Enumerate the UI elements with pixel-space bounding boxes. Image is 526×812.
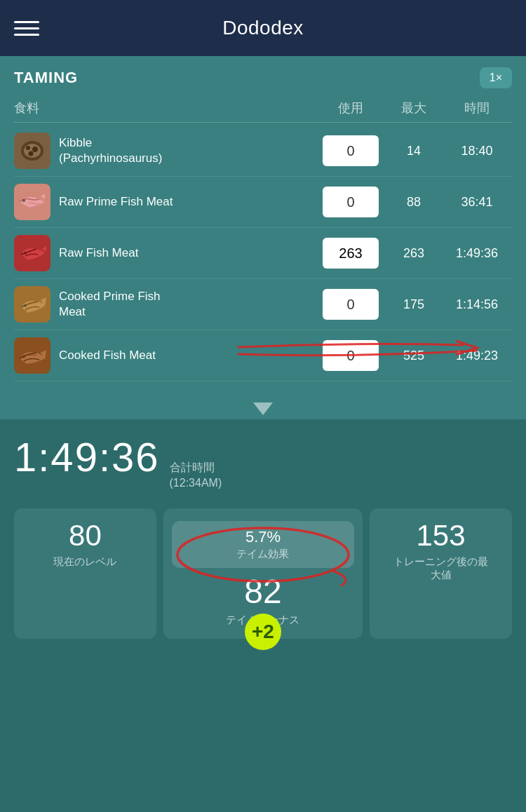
cooked-prime-fish-time: 1:14:56: [442, 297, 512, 312]
raw-prime-fish-max: 88: [386, 195, 442, 210]
food-table: 食料 使用 最大 時間: [14, 100, 512, 381]
food-info-cooked-prime-fish: Cooked Prime Fish Meat: [14, 286, 316, 323]
cooked-prime-fish-qty-input[interactable]: [323, 289, 379, 320]
center-card: 5.7% テイム効果 82 テイムボーナス +2: [163, 508, 363, 640]
food-info-raw-prime-fish: Raw Prime Fish Meat: [14, 184, 316, 220]
max-after-taming-value: 153: [378, 521, 504, 550]
effectiveness-box: 5.7% テイム効果: [172, 521, 354, 568]
app-header: Dododex: [0, 0, 526, 56]
kibble-max: 14: [386, 144, 442, 158]
food-row-kibble: Kibble (Pachyrhinosaurus) 14 18:40: [14, 126, 512, 177]
cooked-fish-max: 525: [386, 349, 442, 363]
kibble-qty-input[interactable]: [323, 135, 379, 166]
raw-prime-fish-icon: [14, 184, 50, 220]
table-header: 食料 使用 最大 時間: [14, 100, 512, 123]
taming-title: TAMING: [14, 69, 78, 87]
hamburger-menu[interactable]: [14, 21, 39, 36]
svg-point-7: [22, 199, 25, 202]
food-info-kibble: Kibble (Pachyrhinosaurus): [14, 133, 316, 169]
cooked-fish-name: Cooked Fish Meat: [59, 348, 156, 363]
kibble-time: 18:40: [442, 144, 512, 158]
max-after-taming-label: トレーニング後の最大値: [378, 555, 504, 582]
stats-section: 1:49:36 合計時間 (12:34AM) 80 現在のレベル 5.7% テイ…: [0, 419, 526, 674]
svg-point-13: [22, 356, 25, 358]
cooked-fish-qty-input[interactable]: [323, 340, 379, 371]
multiplier-badge[interactable]: 1×: [480, 67, 512, 88]
total-time-display: 1:49:36: [14, 433, 160, 480]
food-info-cooked-fish: Cooked Fish Meat: [14, 337, 316, 374]
raw-fish-qty-input[interactable]: [323, 238, 379, 269]
plus-two-button[interactable]: +2: [245, 614, 281, 650]
taming-section: TAMING 1× 食料 使用 最大 時間: [0, 56, 526, 395]
taming-bonus-value: 82: [172, 575, 354, 609]
cooked-fish-icon: [14, 337, 50, 374]
taming-header: TAMING 1×: [14, 67, 512, 88]
effectiveness-label: テイム効果: [183, 548, 343, 561]
effectiveness-value: 5.7%: [183, 528, 343, 546]
raw-fish-icon: [14, 235, 50, 271]
raw-prime-fish-time: 36:41: [442, 195, 512, 210]
total-time-label: 合計時間 (12:34AM): [170, 460, 222, 492]
svg-point-5: [29, 151, 34, 156]
total-time-row: 1:49:36 合計時間 (12:34AM): [14, 433, 512, 492]
cooked-prime-fish-max: 175: [386, 297, 442, 312]
svg-point-2: [24, 144, 41, 158]
max-after-taming-card: 153 トレーニング後の最大値: [370, 508, 512, 640]
down-arrow-indicator: [0, 395, 526, 419]
raw-fish-name: Raw Fish Meat: [59, 245, 138, 261]
food-row-cooked-fish: Cooked Fish Meat 525 1:49:23: [14, 330, 512, 381]
svg-point-3: [26, 146, 30, 150]
down-arrow-shape: [253, 402, 273, 415]
current-level-label: 現在のレベル: [22, 555, 148, 569]
food-row-raw-prime-fish: Raw Prime Fish Meat 88 36:41: [14, 177, 512, 228]
cooked-prime-fish-icon: [14, 286, 50, 323]
app-title: Dododex: [222, 17, 304, 39]
stats-cards: 80 現在のレベル 5.7% テイム効果 82 テイムボーナス +2 153 ト…: [14, 508, 512, 640]
kibble-icon: [14, 133, 50, 169]
svg-point-9: [24, 252, 27, 255]
raw-fish-time: 1:49:36: [442, 246, 512, 261]
col-max: 最大: [386, 100, 442, 116]
current-level-value: 80: [22, 521, 148, 550]
raw-fish-max: 263: [386, 246, 442, 261]
cooked-prime-fish-name: Cooked Prime Fish Meat: [59, 289, 161, 320]
col-used: 使用: [316, 100, 386, 116]
food-row-cooked-prime-fish: Cooked Prime Fish Meat 175 1:14:56: [14, 279, 512, 330]
food-info-raw-fish: Raw Fish Meat: [14, 235, 316, 271]
col-food: 食料: [14, 100, 316, 116]
cooked-fish-time: 1:49:23: [442, 349, 512, 363]
raw-prime-fish-qty-input[interactable]: [323, 187, 379, 217]
food-row-raw-fish: Raw Fish Meat 263 1:49:36: [14, 228, 512, 279]
kibble-name: Kibble (Pachyrhinosaurus): [59, 135, 162, 166]
svg-point-11: [24, 304, 27, 307]
raw-prime-fish-name: Raw Prime Fish Meat: [59, 194, 173, 210]
col-time: 時間: [442, 100, 512, 116]
svg-point-4: [32, 147, 38, 152]
current-level-card: 80 現在のレベル: [14, 508, 156, 640]
